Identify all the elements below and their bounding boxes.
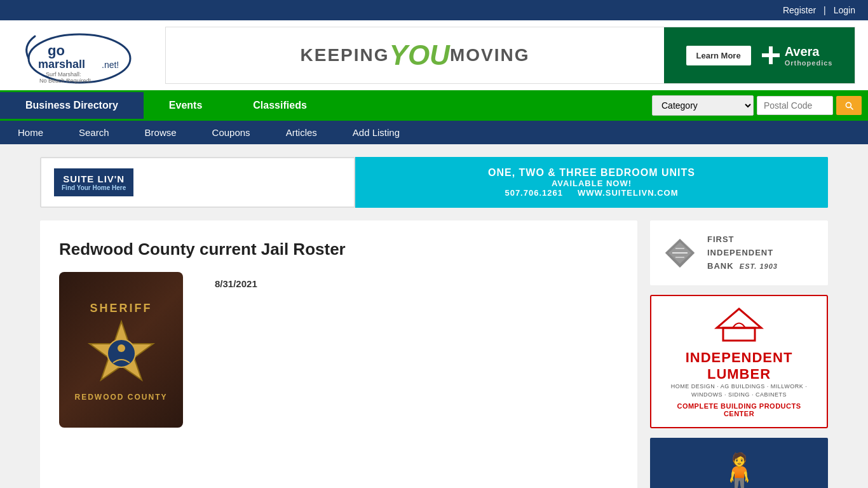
article-date: 8/31/2021 [215, 278, 257, 289]
content-wrapper: SUITE LIV'N Find Your Home Here ONE, TWO… [27, 144, 841, 488]
learn-more-button[interactable]: Learn More [686, 46, 751, 65]
sheriff-badge: SHERIFF REDWOOD COUNTY [59, 272, 183, 428]
sidebar: FIRST INDEPENDENT BANK Est. 1903 [650, 220, 828, 488]
nav-home[interactable]: Home [0, 121, 61, 144]
suite-available: AVAILABLE NOW! [552, 179, 632, 188]
svg-text:.net!: .net! [102, 60, 119, 70]
suite-website: WWW.SUITELIVN.COM [578, 188, 679, 198]
svg-text:marshall: marshall [38, 58, 85, 71]
sheriff-text-bottom: REDWOOD COUNTY [75, 393, 168, 402]
nav-coupons[interactable]: Coupons [194, 121, 268, 144]
nav-business-directory[interactable]: Business Directory [0, 92, 144, 119]
nav-search[interactable]: Search [61, 121, 127, 144]
sheriff-star-icon [86, 318, 156, 388]
nav-browse[interactable]: Browse [127, 121, 194, 144]
avera-sub: Orthopedics [785, 59, 833, 67]
il-tagline: COMPLETE BUILDING PRODUCTS CENTER [661, 402, 817, 417]
login-link[interactable]: Login [834, 5, 855, 15]
fi-diamond-logo [663, 236, 698, 271]
fi-bank-text: FIRST INDEPENDENT BANK Est. 1903 [707, 233, 778, 273]
suite-find-text: Find Your Home Here [62, 184, 126, 191]
suite-phone: 507.706.1261 [505, 188, 563, 198]
search-icon [844, 100, 854, 111]
fi-name: FIRST [707, 233, 778, 247]
nav-articles[interactable]: Articles [268, 121, 335, 144]
category-select[interactable]: Category [652, 95, 754, 116]
nav-blue: Home Search Browse Coupons Articles Add … [0, 121, 868, 144]
site-logo: go marshall .net! Surf Marshall: No Beac… [13, 27, 146, 84]
suite-livn-person-icon: 🧍 [715, 451, 763, 488]
logo-area: go marshall .net! Surf Marshall: No Beac… [13, 27, 153, 84]
suite-banner-right: ONE, TWO & THREE BEDROOM UNITS AVAILABLE… [355, 157, 828, 208]
search-area: Category [646, 90, 868, 121]
nav-green: Business Directory Events Classifieds Ca… [0, 90, 868, 121]
suite-logo-text: SUITE LIV'N [62, 173, 126, 184]
sidebar-first-independent-bank: FIRST INDEPENDENT BANK Est. 1903 [650, 220, 828, 285]
postal-code-input[interactable] [757, 96, 833, 115]
article-date-area: 8/31/2021 [215, 278, 257, 302]
nav-classifieds[interactable]: Classifieds [227, 92, 332, 119]
suite-banner-left: SUITE LIV'N Find Your Home Here [40, 157, 355, 208]
il-house-icon [714, 306, 764, 349]
suite-headline: ONE, TWO & THREE BEDROOM UNITS [488, 167, 695, 179]
il-content: INDEPENDENT LUMBER HOME DESIGN · AG BUIL… [651, 296, 827, 426]
avera-cross-icon [761, 45, 781, 65]
fi-name2: INDEPENDENT [707, 247, 778, 260]
svg-point-10 [118, 344, 125, 352]
fi-bank-content: FIRST INDEPENDENT BANK Est. 1903 [650, 220, 828, 285]
you-text: YOU [390, 39, 450, 71]
svg-text:No Beach Required!: No Beach Required! [39, 78, 91, 84]
nav-add-listing[interactable]: Add Listing [335, 121, 417, 144]
fi-name3: BANK Est. 1903 [707, 260, 778, 273]
header: go marshall .net! Surf Marshall: No Beac… [0, 20, 868, 90]
banner-ad-right: Learn More Avera Orthopedics [664, 27, 855, 83]
main-layout: Redwood County current Jail Roster SHERI… [40, 220, 828, 488]
moving-text: MOVING [450, 45, 530, 65]
banner-ad: KEEPING YOU MOVING Learn More Avera Orth… [165, 27, 855, 84]
suite-logo: SUITE LIV'N Find Your Home Here [54, 168, 133, 196]
top-bar: Register | Login [0, 0, 868, 20]
article-image-area: SHERIFF REDWOOD COUNTY [59, 272, 618, 428]
avera-logo: Avera Orthopedics [761, 44, 833, 67]
search-button[interactable] [836, 96, 862, 115]
divider: | [824, 5, 826, 15]
svg-text:go: go [48, 43, 65, 58]
avera-name: Avera [785, 44, 833, 59]
svg-text:Surf Marshall:: Surf Marshall: [46, 71, 81, 78]
main-content: Redwood County current Jail Roster SHERI… [40, 220, 637, 488]
svg-marker-16 [717, 309, 761, 328]
article-title: Redwood County current Jail Roster [59, 240, 618, 259]
svg-point-9 [107, 339, 135, 367]
nav-events[interactable]: Events [144, 92, 227, 119]
register-link[interactable]: Register [783, 5, 816, 15]
suite-banner: SUITE LIV'N Find Your Home Here ONE, TWO… [40, 157, 828, 208]
svg-rect-17 [723, 328, 755, 341]
star-container [83, 315, 159, 391]
sheriff-text-top: SHERIFF [90, 302, 152, 315]
fi-est: Est. 1903 [740, 262, 778, 270]
sidebar-independent-lumber: INDEPENDENT LUMBER HOME DESIGN · AG BUIL… [650, 295, 828, 428]
svg-rect-7 [762, 53, 780, 57]
sidebar-suite-livn: 🧍 [650, 438, 828, 488]
suite-contact: 507.706.1261 WWW.SUITELIVN.COM [505, 188, 678, 198]
il-sub-text: HOME DESIGN · AG BUILDINGS · MILLWORK · … [661, 383, 817, 398]
keeping-text: KEEPING [301, 45, 390, 65]
il-logo-text: INDEPENDENT LUMBER [661, 349, 817, 383]
banner-ad-left: KEEPING YOU MOVING [166, 27, 664, 83]
